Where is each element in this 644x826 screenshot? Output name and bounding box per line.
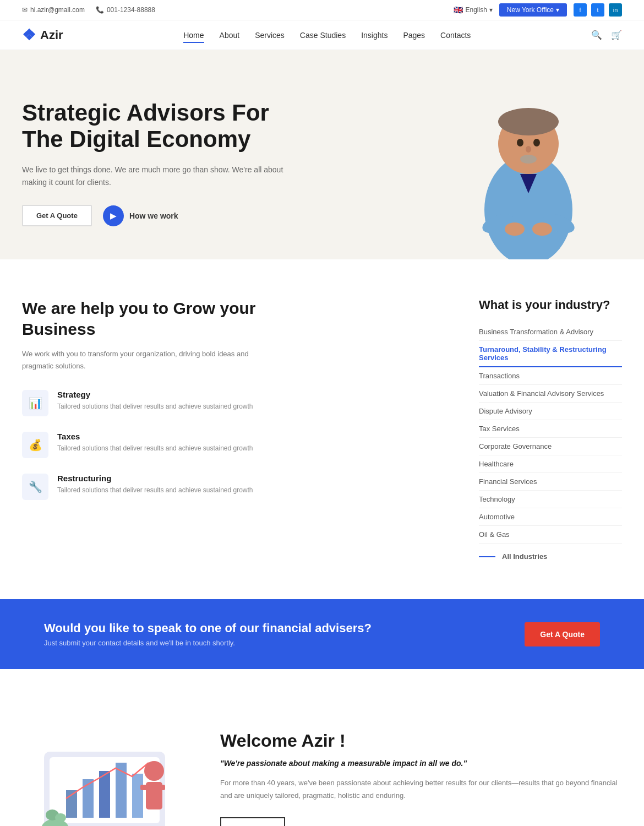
language-text: English bbox=[465, 6, 487, 14]
logo-text: Azir bbox=[40, 28, 63, 42]
nav-item-services[interactable]: Services bbox=[255, 30, 285, 40]
industry-list: Business Transformation & Advisory Turna… bbox=[479, 323, 622, 544]
strategy-title: Strategy bbox=[57, 390, 253, 399]
nav-right: 🔍 🛒 bbox=[591, 30, 622, 40]
hero-content: Strategic Advisors For The Digital Econo… bbox=[22, 100, 286, 259]
business-description: We work with you to transform your organ… bbox=[22, 348, 259, 372]
industry-item[interactable]: Business Transformation & Advisory bbox=[479, 323, 622, 341]
nav-links: Home About Services Case Studies Insight… bbox=[183, 30, 471, 40]
taxes-desc: Tailored solutions that deliver results … bbox=[57, 443, 253, 454]
office-button-label: New York Office bbox=[507, 6, 554, 14]
svg-point-6 bbox=[520, 155, 537, 164]
line-decoration bbox=[479, 556, 495, 557]
flag-icon: 🇬🇧 bbox=[454, 6, 463, 14]
hero-actions: Get A Quote ▶ How we work bbox=[22, 205, 286, 226]
hero-man-svg bbox=[451, 83, 605, 259]
nav-item-case-studies[interactable]: Case Studies bbox=[300, 30, 346, 40]
play-icon: ▶ bbox=[103, 205, 124, 226]
logo[interactable]: ❖ Azir bbox=[22, 26, 63, 44]
industry-item[interactable]: Healthcare bbox=[479, 455, 622, 473]
industry-item[interactable]: Financial Services bbox=[479, 473, 622, 491]
industry-item[interactable]: Automotive bbox=[479, 508, 622, 526]
about-us-button[interactable]: About Us bbox=[220, 817, 285, 826]
svg-point-3 bbox=[517, 139, 523, 146]
svg-point-11 bbox=[532, 222, 552, 236]
svg-rect-18 bbox=[132, 774, 143, 818]
email-text: hi.azir@gmail.com bbox=[30, 6, 85, 14]
svg-point-27 bbox=[55, 813, 66, 822]
top-bar-contacts: ✉ hi.azir@gmail.com 📞 001-1234-88888 bbox=[22, 6, 155, 14]
nav-link-services[interactable]: Services bbox=[255, 31, 285, 42]
business-left: We are help you to Grow your Business We… bbox=[22, 298, 259, 561]
phone-text: 001-1234-88888 bbox=[107, 6, 155, 14]
restructuring-icon: 🔧 bbox=[22, 474, 48, 500]
email-contact: ✉ hi.azir@gmail.com bbox=[22, 6, 85, 14]
get-quote-button[interactable]: Get A Quote bbox=[22, 205, 92, 226]
taxes-title: Taxes bbox=[57, 432, 253, 441]
industry-panel: What is your industry? Business Transfor… bbox=[479, 298, 622, 561]
social-links: f t in bbox=[574, 3, 622, 17]
service-item-strategy: 📊 Strategy Tailored solutions that deliv… bbox=[22, 390, 259, 416]
cta-text: Would you like to speak to one of our fi… bbox=[44, 621, 372, 647]
welcome-description: For more than 40 years, we've been passi… bbox=[220, 776, 622, 802]
industry-title: What is your industry? bbox=[479, 298, 622, 312]
service-info-taxes: Taxes Tailored solutions that deliver re… bbox=[57, 432, 253, 454]
nav-link-case-studies[interactable]: Case Studies bbox=[300, 31, 346, 42]
nav-item-contacts[interactable]: Contacts bbox=[440, 30, 471, 40]
industry-item[interactable]: Oil & Gas bbox=[479, 526, 622, 544]
welcome-content: Welcome Azir ! "We're passionate about m… bbox=[220, 731, 622, 826]
phone-icon: 📞 bbox=[96, 6, 104, 14]
nav-item-insights[interactable]: Insights bbox=[361, 30, 388, 40]
cta-quote-button[interactable]: Get A Quote bbox=[525, 622, 600, 646]
chevron-icon: ▾ bbox=[556, 6, 559, 14]
how-we-work-button[interactable]: ▶ How we work bbox=[103, 205, 178, 226]
industry-item[interactable]: Technology bbox=[479, 491, 622, 508]
nav-link-insights[interactable]: Insights bbox=[361, 31, 388, 42]
svg-point-4 bbox=[533, 139, 540, 146]
nav-link-about[interactable]: About bbox=[220, 31, 240, 42]
svg-point-5 bbox=[526, 146, 531, 153]
twitter-icon[interactable]: t bbox=[591, 3, 604, 17]
nav-item-about[interactable]: About bbox=[220, 30, 240, 40]
how-we-work-label: How we work bbox=[129, 211, 178, 220]
svg-rect-22 bbox=[140, 785, 149, 790]
welcome-svg bbox=[22, 708, 187, 826]
facebook-icon[interactable]: f bbox=[574, 3, 587, 17]
strategy-icon: 📊 bbox=[22, 390, 48, 416]
hero-section: Strategic Advisors For The Digital Econo… bbox=[0, 50, 644, 259]
industry-item[interactable]: Transactions bbox=[479, 367, 622, 385]
service-info-restructuring: Restructuring Tailored solutions that de… bbox=[57, 474, 253, 496]
taxes-icon: 💰 bbox=[22, 432, 48, 458]
restructuring-desc: Tailored solutions that deliver results … bbox=[57, 485, 253, 496]
nav-item-home[interactable]: Home bbox=[183, 30, 204, 40]
language-selector[interactable]: 🇬🇧 English ▾ bbox=[454, 6, 492, 14]
cart-icon[interactable]: 🛒 bbox=[611, 30, 622, 40]
welcome-section: Welcome Azir ! "We're passionate about m… bbox=[0, 669, 644, 826]
industry-item[interactable]: Corporate Governance bbox=[479, 438, 622, 455]
navbar: ❖ Azir Home About Services Case Studies … bbox=[0, 20, 644, 50]
svg-rect-16 bbox=[99, 771, 110, 818]
office-button[interactable]: New York Office ▾ bbox=[499, 3, 567, 17]
nav-item-pages[interactable]: Pages bbox=[403, 30, 425, 40]
svg-point-10 bbox=[505, 222, 525, 236]
nav-link-contacts[interactable]: Contacts bbox=[440, 31, 471, 42]
cta-heading: Would you like to speak to one of our fi… bbox=[44, 621, 372, 635]
svg-point-2 bbox=[498, 108, 559, 135]
svg-point-20 bbox=[144, 761, 164, 781]
welcome-quote: "We're passionate about making a measura… bbox=[220, 759, 622, 768]
search-icon[interactable]: 🔍 bbox=[591, 30, 602, 40]
service-info-strategy: Strategy Tailored solutions that deliver… bbox=[57, 390, 253, 412]
logo-icon: ❖ bbox=[22, 26, 36, 44]
industry-item-active[interactable]: Turnaround, Stability & Restructuring Se… bbox=[479, 341, 622, 367]
welcome-illustration bbox=[22, 708, 187, 826]
industry-item[interactable]: Dispute Advisory bbox=[479, 403, 622, 420]
welcome-title: Welcome Azir ! bbox=[220, 731, 622, 751]
nav-link-home[interactable]: Home bbox=[183, 31, 204, 43]
linkedin-icon[interactable]: in bbox=[609, 3, 622, 17]
industry-item[interactable]: Tax Services bbox=[479, 420, 622, 438]
email-icon: ✉ bbox=[22, 6, 28, 14]
nav-link-pages[interactable]: Pages bbox=[403, 31, 425, 42]
phone-contact: 📞 001-1234-88888 bbox=[96, 6, 155, 14]
industry-item[interactable]: Valuation & Financial Advisory Services bbox=[479, 385, 622, 403]
all-industries-link[interactable]: All Industries bbox=[479, 552, 622, 561]
